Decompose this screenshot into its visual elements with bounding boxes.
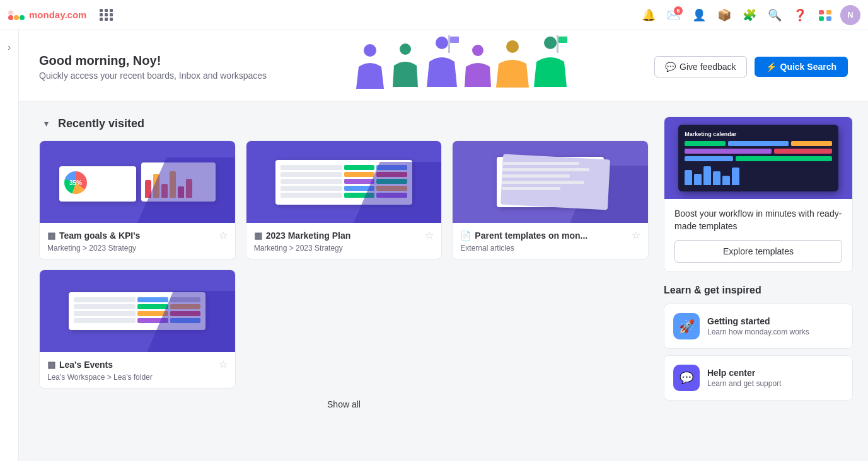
explore-templates-button[interactable]: Explore templates xyxy=(674,240,842,263)
template-headline: Boost your workflow in minutes with read… xyxy=(674,208,842,232)
card-name: Parent templates on mon... xyxy=(475,230,587,241)
card-name: Team goals & KPI's xyxy=(59,230,140,241)
notifications-icon[interactable]: 🔔 xyxy=(639,5,659,25)
card-path: External articles xyxy=(460,244,640,253)
favorite-button[interactable]: ☆ xyxy=(632,229,640,241)
subtitle-text: Quickly access your recent boards, Inbox… xyxy=(39,71,267,81)
help-center-subtitle: Learn and get support xyxy=(707,379,781,388)
home-content: ▾ Recently visited xyxy=(19,101,868,430)
svg-point-10 xyxy=(436,37,448,49)
learn-section: Learn & get inspired 🚀 Getting started L… xyxy=(664,285,853,401)
help-center-text: Help center Learn and get support xyxy=(707,368,781,388)
show-all-button[interactable]: Show all xyxy=(327,399,361,409)
board-card[interactable]: 35% xyxy=(39,140,236,259)
logo-wordmark: monday.com xyxy=(29,9,86,20)
header-text: Good morning, Noy! Quickly access your r… xyxy=(39,54,267,81)
favorite-button[interactable]: ☆ xyxy=(219,358,228,370)
board-icon: ▦ xyxy=(254,230,262,241)
user-avatar[interactable]: N xyxy=(840,5,860,25)
home-header: Good morning, Noy! Quickly access your r… xyxy=(19,30,868,101)
svg-point-0 xyxy=(8,15,13,20)
card-path: Marketing > 2023 Strategy xyxy=(47,244,228,253)
help-icon[interactable]: ❓ xyxy=(790,5,810,25)
logo[interactable]: monday.com xyxy=(8,6,86,24)
rocket-icon: 🚀 xyxy=(673,313,700,339)
svg-point-9 xyxy=(400,43,411,55)
quick-search-button[interactable]: ⚡ Quick Search xyxy=(755,57,848,77)
feedback-icon: 💬 xyxy=(665,62,676,72)
main-content: Good morning, Noy! Quickly access your r… xyxy=(19,30,868,461)
board-card[interactable]: ▦ Lea's Events ☆ Lea's Workspace > Lea's… xyxy=(39,270,236,389)
card-title-row: 📄 Parent templates on mon... ☆ xyxy=(460,229,640,241)
quicksearch-label: Quick Search xyxy=(780,62,837,72)
install-icon[interactable]: 📦 xyxy=(714,5,734,25)
template-body: Boost your workflow in minutes with read… xyxy=(664,199,852,271)
section-collapse-button[interactable]: ▾ xyxy=(39,117,53,130)
svg-point-2 xyxy=(20,15,25,20)
svg-rect-11 xyxy=(448,35,450,53)
help-center-card[interactable]: 💬 Help center Learn and get support xyxy=(664,355,853,401)
main-column: ▾ Recently visited xyxy=(39,117,649,415)
card-title-row: ▦ Lea's Events ☆ xyxy=(47,358,228,370)
board-icon: ▦ xyxy=(47,360,55,370)
getting-started-title: Getting started xyxy=(707,316,809,326)
svg-rect-17 xyxy=(558,37,567,43)
getting-started-text: Getting started Learn how monday.com wor… xyxy=(707,316,809,336)
brand-icon[interactable] xyxy=(815,5,835,25)
lightning-icon: ⚡ xyxy=(766,62,777,72)
add-user-icon[interactable]: 👤 xyxy=(689,5,709,25)
favorite-button[interactable]: ☆ xyxy=(425,229,434,241)
sidebar-toggle[interactable]: › xyxy=(3,40,16,54)
feedback-label: Give feedback xyxy=(680,62,736,72)
help-center-title: Help center xyxy=(707,368,781,378)
template-card: Marketing calendar xyxy=(664,117,853,272)
board-icon: ▦ xyxy=(47,230,55,241)
card-title: ▦ 2023 Marketing Plan xyxy=(254,230,351,241)
svg-point-14 xyxy=(506,40,519,53)
svg-point-8 xyxy=(364,44,376,57)
inbox-badge: 6 xyxy=(674,6,683,15)
board-card[interactable]: 📄 Parent templates on mon... ☆ External … xyxy=(452,140,649,259)
inbox-icon[interactable]: ✉️ 6 xyxy=(664,5,684,25)
search-icon[interactable]: 🔍 xyxy=(765,5,785,25)
svg-rect-5 xyxy=(826,10,831,14)
recently-visited-header: ▾ Recently visited xyxy=(39,117,649,130)
top-navigation: monday.com 🔔 ✉️ 6 👤 📦 🧩 🔍 ❓ xyxy=(0,0,868,30)
favorite-button[interactable]: ☆ xyxy=(219,229,228,241)
card-info: 📄 Parent templates on mon... ☆ External … xyxy=(453,223,648,259)
svg-rect-12 xyxy=(450,37,459,43)
header-illustration xyxy=(354,42,568,92)
getting-started-subtitle: Learn how monday.com works xyxy=(707,327,809,336)
svg-point-13 xyxy=(472,45,483,56)
card-info: ▦ 2023 Marketing Plan ☆ Marketing > 2023… xyxy=(246,223,442,259)
card-thumbnail xyxy=(453,141,648,223)
svg-point-3 xyxy=(8,10,13,14)
template-thumbnail: Marketing calendar xyxy=(664,117,852,199)
card-name: Lea's Events xyxy=(59,360,113,370)
give-feedback-button[interactable]: 💬 Give feedback xyxy=(654,56,747,77)
svg-rect-4 xyxy=(819,10,824,14)
apps-marketplace-icon[interactable]: 🧩 xyxy=(739,5,760,25)
card-info: ▦ Team goals & KPI's ☆ Marketing > 2023 … xyxy=(40,223,235,259)
cards-bottom-row: ▦ Lea's Events ☆ Lea's Workspace > Lea's… xyxy=(39,270,649,389)
card-title-row: ▦ Team goals & KPI's ☆ xyxy=(47,229,228,241)
greeting-text: Good morning, Noy! xyxy=(39,54,267,68)
help-center-icon: 💬 xyxy=(673,365,700,391)
getting-started-card[interactable]: 🚀 Getting started Learn how monday.com w… xyxy=(664,304,853,349)
card-name: 2023 Marketing Plan xyxy=(266,230,351,241)
board-card[interactable]: ▦ 2023 Marketing Plan ☆ Marketing > 2023… xyxy=(246,140,443,259)
svg-rect-7 xyxy=(826,16,831,21)
card-thumbnail xyxy=(40,270,235,352)
svg-point-15 xyxy=(544,37,557,49)
card-thumbnail: 35% xyxy=(40,141,235,223)
right-sidebar: Marketing calendar xyxy=(664,117,853,415)
learn-section-title: Learn & get inspired xyxy=(664,285,853,296)
card-title: ▦ Team goals & KPI's xyxy=(47,230,140,241)
card-thumbnail xyxy=(246,141,442,223)
svg-point-1 xyxy=(14,15,19,20)
sidebar: › xyxy=(0,30,19,461)
show-all-section: Show all xyxy=(39,389,649,415)
apps-grid-icon[interactable] xyxy=(96,5,117,25)
section-title: Recently visited xyxy=(58,117,144,130)
header-actions: 💬 Give feedback ⚡ Quick Search xyxy=(654,56,848,77)
